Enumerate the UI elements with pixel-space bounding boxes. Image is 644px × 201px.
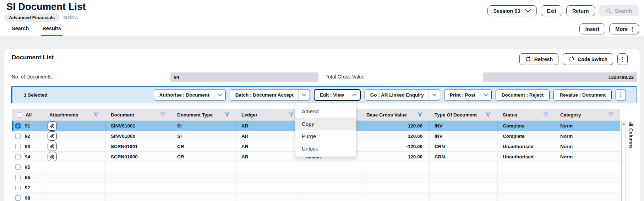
filter-icon[interactable] <box>543 113 548 117</box>
chevron-down-icon[interactable] <box>429 89 440 101</box>
filter-icon[interactable] <box>608 113 613 117</box>
code-switch-icon <box>568 56 574 62</box>
panel-actions: Refresh Code Switch <box>519 53 628 65</box>
vertical-scrollbar[interactable] <box>621 121 626 201</box>
row-checkbox[interactable] <box>15 154 21 159</box>
kebab-icon <box>620 92 621 97</box>
row-checkbox[interactable] <box>15 185 21 190</box>
kebab-icon <box>632 27 633 32</box>
header-base-gross-value: Base Gross Value <box>361 109 430 120</box>
action-buttons: Authorise : Document Batch : Document Ac… <box>154 89 626 101</box>
columns-grid-icon <box>629 122 633 126</box>
authorise-document-button[interactable]: Authorise : Document <box>154 89 226 101</box>
chevron-down-icon[interactable] <box>480 89 491 101</box>
search-button[interactable]: Search <box>599 5 639 16</box>
header-category: Category <box>555 109 620 120</box>
module-row: Advanced Financials MODA <box>4 13 78 22</box>
row-checkbox[interactable] <box>15 175 21 180</box>
header-select-all: All <box>12 109 44 120</box>
code-switch-button-label: Code Switch <box>578 56 607 62</box>
filter-icon[interactable] <box>486 113 491 117</box>
attachment-paperclip-icon[interactable] <box>48 152 57 161</box>
scroll-up-arrow-icon[interactable] <box>622 123 625 125</box>
panel-title: Document List <box>12 54 54 61</box>
insert-button[interactable]: Insert <box>579 23 606 34</box>
kebab-icon <box>622 57 623 62</box>
menu-item-copy[interactable]: Copy <box>295 118 356 130</box>
row-checkbox[interactable] <box>15 134 21 139</box>
filter-icon[interactable] <box>160 113 165 117</box>
more-button-label: More <box>615 26 628 32</box>
row-checkbox[interactable] <box>15 195 21 201</box>
columns-panel-toggle[interactable]: Columns <box>627 109 635 201</box>
selection-action-bar: 1 Selected Authorise : Document Batch : … <box>11 86 637 103</box>
page-title: SI Document List <box>6 1 86 12</box>
revalue-document-button[interactable]: Revalue : Document <box>553 89 612 101</box>
chevron-up-icon[interactable] <box>349 90 360 100</box>
sub-actions: Insert More <box>579 23 639 34</box>
top-actions: Session 03 Exit Return Search <box>487 5 639 16</box>
refresh-icon <box>525 56 531 62</box>
header-document: Document <box>106 109 172 120</box>
document-list-card: Document List Refresh Code Switch No. of… <box>4 49 640 201</box>
summary-fields-row: No. of Documents: 94 Total Gross Value: … <box>4 72 640 82</box>
menu-item-purge[interactable]: Purge <box>295 130 356 142</box>
go-ar-linked-enquiry-button[interactable]: Go : AR Linked Enquiry <box>365 89 440 101</box>
refresh-button-label: Refresh <box>534 56 553 62</box>
attachment-paperclip-icon[interactable] <box>48 131 57 141</box>
header-type-of-document: Type Of Document <box>430 109 498 120</box>
tab-results[interactable]: Results <box>41 23 62 36</box>
select-all-checkbox[interactable] <box>17 112 22 118</box>
no-of-documents-field: 94 <box>170 72 318 82</box>
return-button[interactable]: Return <box>566 5 595 16</box>
module-badge: Advanced Financials <box>4 13 59 22</box>
menu-item-unlock[interactable]: Unlock <box>295 142 356 155</box>
table-row[interactable]: 95 <box>12 162 620 172</box>
print-post-button[interactable]: Print : Post <box>444 89 492 101</box>
row-checkbox[interactable] <box>15 164 21 170</box>
header-status: Status <box>498 109 555 120</box>
refresh-button[interactable]: Refresh <box>519 53 558 65</box>
top-bar: SI Document List Advanced Financials MOD… <box>0 0 644 36</box>
menu-item-amend[interactable]: Amend <box>295 105 356 118</box>
si-document-list-screen: SI Document List Advanced Financials MOD… <box>0 0 644 201</box>
tab-bar: Search Results <box>10 23 62 36</box>
more-button[interactable]: More <box>609 23 639 34</box>
total-gross-value-field: 1320498.22 <box>483 72 637 82</box>
chevron-down-icon[interactable] <box>299 89 310 101</box>
module-code: MODA <box>63 15 78 20</box>
search-button-label: Search <box>615 8 632 14</box>
panel-kebab-button[interactable] <box>617 53 628 65</box>
row-checkbox[interactable] <box>15 144 21 149</box>
filter-icon[interactable] <box>224 113 229 117</box>
edit-dropdown-menu: Amend Copy Purge Unlock <box>295 103 356 157</box>
table-row[interactable]: 98 <box>12 193 620 201</box>
edit-view-button[interactable]: Edit : View <box>314 89 361 101</box>
batch-document-accept-button[interactable]: Batch : Document Accept <box>230 89 310 101</box>
tab-search[interactable]: Search <box>10 23 30 36</box>
document-reject-button[interactable]: Document : Reject <box>496 89 550 101</box>
table-row[interactable]: 97 <box>12 183 620 193</box>
session-button[interactable]: Session 03 <box>487 5 537 16</box>
filter-icon[interactable] <box>417 113 422 117</box>
chevron-down-icon <box>525 9 531 12</box>
session-button-label: Session 03 <box>493 8 520 14</box>
selected-count: 1 Selected <box>24 92 48 98</box>
action-bar-kebab-button[interactable] <box>616 89 626 101</box>
total-gross-value-label: Total Gross Value: <box>326 74 366 80</box>
code-switch-button[interactable]: Code Switch <box>563 53 613 65</box>
table-row[interactable]: 96 <box>12 172 620 183</box>
header-ledger: Ledger <box>236 109 300 120</box>
chevron-down-icon[interactable] <box>214 89 225 101</box>
filter-icon[interactable] <box>288 113 293 117</box>
exit-button[interactable]: Exit <box>541 5 562 16</box>
header-attachments: Attachments <box>44 109 106 120</box>
filter-icon[interactable] <box>94 113 99 117</box>
attachment-paperclip-icon[interactable] <box>48 121 57 131</box>
row-checkbox[interactable]: ✓ <box>15 123 21 129</box>
search-icon <box>606 8 612 14</box>
no-of-documents-label: No. of Documents: <box>12 74 53 80</box>
header-document-type: Document Type <box>172 109 236 120</box>
attachment-paperclip-icon[interactable] <box>48 142 57 151</box>
columns-tab-label: Columns <box>628 128 634 149</box>
